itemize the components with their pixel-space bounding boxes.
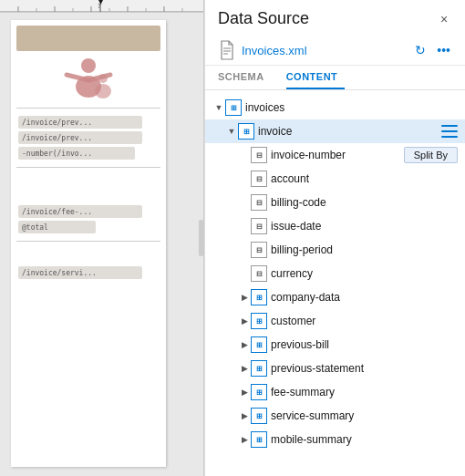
refresh-icon[interactable]: ↻ (413, 41, 428, 59)
label-previous-bill: previous-bill (271, 338, 458, 351)
group-icon-fee-summary: ⊞ (251, 384, 267, 400)
expand-icon-service-summary[interactable]: ▶ (238, 409, 251, 422)
tree-node-invoice-number[interactable]: ⊟ invoice-number Split By (205, 143, 465, 167)
page-content: /invoice/prev... /invoice/prev... -numbe… (11, 20, 166, 467)
file-actions: ↻ ••• (413, 41, 452, 59)
tree-node-previous-bill[interactable]: ▶ ⊞ previous-bill (205, 333, 465, 357)
collapse-icon-invoices[interactable]: ▼ (212, 101, 225, 114)
group-icon-company-data: ⊞ (251, 289, 267, 305)
field-icon-invoice-number: ⊟ (251, 147, 267, 163)
tree-node-customer[interactable]: ▶ ⊞ customer (205, 309, 465, 333)
tree-node-invoice[interactable]: ▼ ⊞ invoice (205, 119, 465, 143)
file-icon (218, 39, 236, 61)
label-currency: currency (271, 267, 458, 280)
group-icon-previous-bill: ⊞ (251, 336, 267, 353)
preview-field-4: /invoice/fee-... (18, 205, 142, 218)
preview-field-1: /invoice/prev... (18, 116, 142, 129)
svg-point-15 (81, 58, 96, 73)
label-billing-period: billing-period (271, 243, 458, 256)
page-header-bar (16, 26, 160, 51)
titlebar: Data Source × (205, 0, 465, 36)
group-icon-previous-statement: ⊞ (251, 360, 267, 377)
page-divider-3 (16, 241, 160, 242)
label-billing-code: billing-code (271, 196, 458, 209)
field-icon-issue-date: ⊟ (251, 218, 267, 234)
tree-node-currency[interactable]: ⊟ currency (205, 262, 465, 285)
tree-node-service-summary[interactable]: ▶ ⊞ service-summary (205, 404, 465, 428)
preview-field-5: @total (18, 221, 96, 233)
tree-node-billing-period[interactable]: ⊟ billing-period (205, 238, 465, 262)
page-divider-1 (16, 108, 160, 109)
label-fee-summary: fee-summary (271, 386, 458, 398)
svg-point-19 (98, 74, 108, 83)
file-row: Invoices.xml ↻ ••• (205, 36, 465, 66)
more-options-icon[interactable]: ••• (435, 41, 452, 59)
hamburger-icon[interactable] (441, 125, 458, 138)
tab-content[interactable]: CONTENT (286, 66, 346, 89)
label-previous-statement: previous-statement (271, 362, 458, 375)
label-service-summary: service-summary (271, 409, 458, 422)
tabs: SCHEMA CONTENT (205, 66, 465, 90)
page-divider-2 (16, 167, 160, 168)
group-icon-customer: ⊞ (251, 313, 267, 329)
preview-panel: 7 /invo (0, 0, 204, 476)
field-icon-currency: ⊟ (251, 265, 267, 282)
label-invoices: invoices (245, 101, 458, 114)
label-mobile-summary: mobile-summary (271, 433, 458, 446)
svg-line-16 (67, 75, 88, 80)
tree-node-billing-code[interactable]: ⊟ billing-code (205, 191, 465, 214)
collapse-icon-invoice[interactable]: ▼ (225, 125, 238, 138)
group-icon-service-summary: ⊞ (251, 408, 267, 424)
field-icon-billing-period: ⊟ (251, 242, 267, 258)
preview-field-3: -number(/invo... (18, 147, 135, 160)
expand-icon-customer[interactable]: ▶ (238, 315, 251, 327)
field-icon-billing-code: ⊟ (251, 194, 267, 211)
expand-icon-mobile-summary[interactable]: ▶ (238, 433, 251, 446)
tree-node-issue-date[interactable]: ⊟ issue-date (205, 214, 465, 238)
datasource-panel: Data Source × Invoices.xml ↻ ••• SCHEMA … (204, 0, 465, 476)
svg-point-18 (95, 84, 111, 98)
filename[interactable]: Invoices.xml (242, 44, 408, 57)
group-icon-invoice: ⊞ (238, 123, 254, 140)
ruler-top: 7 (0, 0, 203, 13)
preview-field-6: /invoice/servi... (18, 266, 142, 279)
expand-icon-previous-bill[interactable]: ▶ (238, 338, 251, 351)
label-issue-date: issue-date (271, 220, 458, 233)
expand-icon-previous-statement[interactable]: ▶ (238, 362, 251, 375)
group-icon-mobile-summary: ⊞ (251, 431, 267, 448)
expand-icon-fee-summary[interactable]: ▶ (238, 386, 251, 398)
group-icon-invoices: ⊞ (225, 99, 242, 116)
tree-node-company-data[interactable]: ▶ ⊞ company-data (205, 285, 465, 309)
split-by-badge: Split By (404, 147, 458, 163)
panel-title: Data Source (218, 9, 309, 28)
tree-node-account[interactable]: ⊟ account (205, 167, 465, 191)
tree-node-mobile-summary[interactable]: ▶ ⊞ mobile-summary (205, 428, 465, 451)
close-button[interactable]: × (436, 11, 452, 27)
tree-node-invoices[interactable]: ▼ ⊞ invoices (205, 96, 465, 119)
tree-node-previous-statement[interactable]: ▶ ⊞ previous-statement (205, 357, 465, 380)
tab-schema[interactable]: SCHEMA (218, 66, 272, 89)
label-company-data: company-data (271, 291, 458, 304)
resize-handle[interactable] (199, 220, 203, 256)
svg-rect-0 (0, 11, 204, 12)
label-invoice-number: invoice-number (271, 149, 346, 161)
label-customer: customer (271, 315, 458, 327)
expand-icon-company-data[interactable]: ▶ (238, 291, 251, 304)
schema-tree: ▼ ⊞ invoices ▼ ⊞ invoice ⊟ invoice-numbe… (205, 90, 465, 476)
preview-field-2: /invoice/prev... (18, 131, 142, 144)
field-icon-account: ⊟ (251, 171, 267, 187)
label-invoice: invoice (258, 125, 438, 138)
label-account: account (271, 172, 458, 185)
tree-node-fee-summary[interactable]: ▶ ⊞ fee-summary (205, 380, 465, 404)
